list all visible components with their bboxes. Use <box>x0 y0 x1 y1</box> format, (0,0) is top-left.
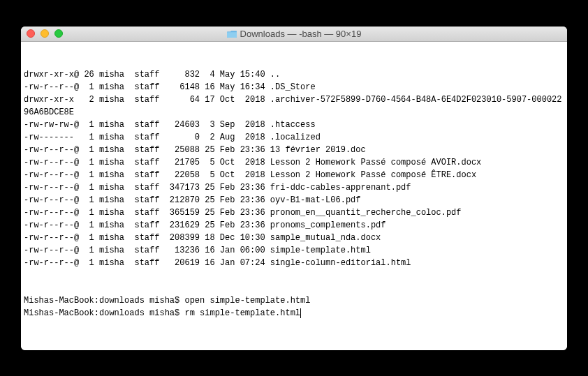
terminal-body[interactable]: drwxr-xr-x@ 26 misha staff 832 4 May 15:… <box>21 42 567 350</box>
prompt-line: Mishas-MacBook:downloads misha$ rm simpl… <box>24 307 564 319</box>
shell-command: open simple-template.html <box>184 296 310 306</box>
minimize-button[interactable] <box>41 29 49 38</box>
title-wrap: Downloads — -bash — 90×19 <box>21 29 567 39</box>
ls-output-line: -rw-r--r--@ 1 misha staff 13236 16 Jan 0… <box>24 244 564 257</box>
close-button[interactable] <box>27 29 35 38</box>
ls-output-line: -rw-r--r--@ 1 misha staff 347173 25 Feb … <box>24 181 564 194</box>
folder-icon <box>227 30 237 38</box>
ls-output-line: drwxr-xr-x 2 misha staff 64 17 Oct 2018 … <box>24 93 564 119</box>
ls-output-line: -rw-r--r--@ 1 misha staff 212870 25 Feb … <box>24 194 564 206</box>
maximize-button[interactable] <box>54 29 63 38</box>
ls-output-line: -rw-rw-rw-@ 1 misha staff 24603 3 Sep 20… <box>24 119 564 131</box>
ls-output-line: -rw-r--r--@ 1 misha staff 20619 16 Jan 0… <box>24 257 564 269</box>
shell-prompt: Mishas-MacBook:downloads misha$ <box>24 308 184 318</box>
ls-output-line: -rw-r--r--@ 1 misha staff 25088 25 Feb 2… <box>24 144 564 156</box>
shell-prompt: Mishas-MacBook:downloads misha$ <box>24 296 184 306</box>
prompt-line: Mishas-MacBook:downloads misha$ open sim… <box>24 294 564 307</box>
cursor <box>300 308 301 318</box>
ls-output-line: -rw-r--r--@ 1 misha staff 365159 25 Feb … <box>24 206 564 219</box>
terminal-window: Downloads — -bash — 90×19 drwxr-xr-x@ 26… <box>21 27 567 350</box>
titlebar[interactable]: Downloads — -bash — 90×19 <box>21 27 567 42</box>
ls-output-line: -rw------- 1 misha staff 0 2 Aug 2018 .l… <box>24 131 564 144</box>
window-title: Downloads — -bash — 90×19 <box>240 29 362 39</box>
shell-command: rm simple-template.html <box>184 308 300 318</box>
ls-output-line: -rw-r--r--@ 1 misha staff 6148 16 May 16… <box>24 81 564 93</box>
ls-output-line: -rw-r--r--@ 1 misha staff 208399 18 Dec … <box>24 232 564 244</box>
traffic-lights <box>21 29 63 38</box>
ls-output-line: drwxr-xr-x@ 26 misha staff 832 4 May 15:… <box>24 68 564 81</box>
ls-output-line: -rw-r--r--@ 1 misha staff 21705 5 Oct 20… <box>24 156 564 169</box>
ls-output-line: -rw-r--r--@ 1 misha staff 22058 5 Oct 20… <box>24 169 564 181</box>
ls-output-line: -rw-r--r--@ 1 misha staff 231629 25 Feb … <box>24 219 564 232</box>
